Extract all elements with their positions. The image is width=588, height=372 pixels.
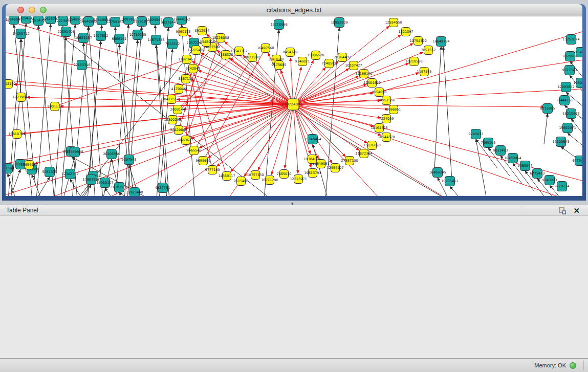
network-node[interactable]: 9827508 [245, 53, 260, 62]
network-node[interactable]: 14569117 [218, 172, 235, 181]
network-node[interactable]: 16409345 [429, 168, 446, 178]
network-node[interactable]: 16497568 [257, 44, 274, 53]
network-node[interactable]: 18771290 [261, 176, 278, 185]
svg-text:18852809: 18852809 [331, 20, 347, 25]
network-node[interactable]: 8267130 [179, 75, 193, 83]
citation-network-graph: 1664609312254549155143081961379112213976… [6, 16, 582, 196]
network-node[interactable]: 8454749 [283, 48, 298, 57]
network-node[interactable]: 16648784 [432, 37, 449, 47]
network-node[interactable]: 6466161 [112, 34, 127, 44]
network-node[interactable]: 10935412 [441, 177, 458, 186]
network-node[interactable]: 9154690 [372, 88, 387, 97]
window-titlebar[interactable]: citations_edges.txt [6, 4, 582, 16]
network-node[interactable]: 7851552 [421, 46, 436, 55]
svg-text:6466161: 6466161 [112, 37, 127, 41]
svg-text:9245013: 9245013 [542, 178, 557, 182]
citation-edge-black [544, 114, 548, 144]
network-node[interactable]: 5051335 [42, 167, 57, 177]
network-node[interactable]: 19218596 [270, 20, 287, 30]
network-node[interactable]: 9777169 [205, 166, 220, 174]
network-node[interactable]: 8096951 [386, 105, 401, 114]
network-node[interactable]: 16810754 [8, 130, 25, 139]
network-node[interactable]: 7485030 [277, 170, 292, 179]
network-canvas[interactable]: 1664609312254549155143081961379112213976… [6, 16, 582, 196]
float-panel-icon[interactable] [558, 207, 567, 215]
network-node[interactable]: 27557100 [341, 157, 358, 165]
svg-text:9857791: 9857791 [156, 186, 170, 190]
close-window-button[interactable] [17, 7, 24, 13]
network-node[interactable]: 15692971 [559, 123, 576, 133]
zoom-window-button[interactable] [40, 7, 47, 13]
svg-text:17359928: 17359928 [66, 150, 83, 154]
network-node[interactable]: 18852809 [331, 18, 347, 28]
network-node[interactable]: 2803144 [170, 105, 185, 114]
citation-edge-red [293, 104, 345, 157]
minimize-window-button[interactable] [29, 7, 35, 13]
network-node[interactable]: 20206536 [103, 149, 120, 159]
network-node[interactable]: 12923448 [126, 188, 143, 196]
network-node[interactable]: 11672394 [355, 149, 372, 158]
network-node[interactable]: 4170046 [171, 85, 186, 94]
network-node[interactable]: 12342757 [61, 169, 78, 179]
citation-edge-red [244, 104, 293, 177]
network-node[interactable]: 9245013 [542, 176, 557, 185]
svg-text:10935412: 10935412 [441, 179, 458, 183]
svg-text:10543362: 10543362 [230, 49, 247, 53]
network-node[interactable]: 9146821 [295, 57, 310, 66]
network-node[interactable]: 12213971 [290, 175, 307, 184]
close-panel-icon[interactable]: ✕ [573, 206, 580, 216]
svg-text:10719185: 10719185 [129, 33, 146, 37]
network-node[interactable]: 14671385 [147, 35, 164, 45]
network-node[interactable]: 9012463 [493, 146, 508, 156]
network-node[interactable]: 14957566 [378, 96, 395, 105]
network-node[interactable]: 9115460 [234, 177, 249, 186]
network-node[interactable]: 9901132 [48, 102, 62, 111]
network-node[interactable]: 1197345 [417, 68, 432, 76]
svg-text:6775414: 6775414 [573, 159, 582, 163]
network-node[interactable]: 9465546 [187, 146, 202, 155]
network-node[interactable]: 9465547 [518, 161, 533, 171]
network-node[interactable]: 8912954 [195, 27, 210, 35]
network-node[interactable]: 7969193 [481, 138, 496, 148]
network-node[interactable]: 18544570 [378, 133, 395, 142]
svg-text:12213971: 12213971 [290, 177, 307, 181]
network-node[interactable]: 10460954 [504, 154, 521, 163]
network-node[interactable]: 9245012 [469, 129, 484, 139]
network-node[interactable]: 9097548 [122, 155, 137, 165]
network-node[interactable]: 12554550 [385, 18, 402, 27]
network-node[interactable]: 10719185 [129, 30, 146, 40]
network-node[interactable]: 17103645 [552, 137, 569, 147]
network-node[interactable]: 10164328 [371, 124, 387, 133]
svg-text:7248509: 7248509 [322, 61, 337, 65]
network-node[interactable]: 8215955 [540, 104, 555, 114]
svg-text:11504890: 11504890 [363, 81, 380, 85]
svg-text:9778234: 9778234 [555, 184, 570, 188]
network-node[interactable]: 9860123 [176, 28, 191, 36]
network-node[interactable]: 16210643 [562, 109, 579, 119]
network-node[interactable]: 12093852 [557, 82, 574, 92]
network-node[interactable]: 15751074 [562, 35, 579, 45]
network-node[interactable]: 9227343 [562, 65, 577, 75]
svg-text:8912954: 8912954 [195, 29, 210, 33]
svg-text:10218596: 10218596 [405, 59, 422, 63]
citation-edge-red [293, 104, 381, 135]
svg-text:10460954: 10460954 [504, 156, 521, 160]
network-node[interactable]: 15886520 [307, 51, 324, 60]
network-node[interactable]: 12444151 [556, 96, 573, 105]
network-node[interactable]: 7224059 [379, 115, 394, 123]
network-node[interactable]: 20891406 [57, 27, 74, 37]
network-node[interactable]: 1527602 [94, 31, 108, 41]
network-node[interactable]: 19613793 [304, 169, 321, 178]
network-node[interactable]: 11973453 [178, 55, 195, 64]
network-node[interactable]: 9778234 [555, 182, 570, 191]
network-node[interactable]: 6775414 [573, 156, 582, 166]
network-node[interactable]: 32166140 [355, 70, 372, 78]
desktop: citations_edges.txt 16646093122545491551… [0, 0, 588, 205]
network-node[interactable]: 10107427 [345, 61, 362, 70]
svg-text:12093852: 12093852 [557, 85, 574, 89]
network-node[interactable]: 20153346 [73, 60, 90, 70]
network-node[interactable]: 9329967 [148, 16, 163, 25]
network-node[interactable]: 7248509 [322, 59, 337, 68]
network-node[interactable]: 1150489 [574, 78, 582, 88]
svg-text:9115460: 9115460 [234, 179, 249, 183]
